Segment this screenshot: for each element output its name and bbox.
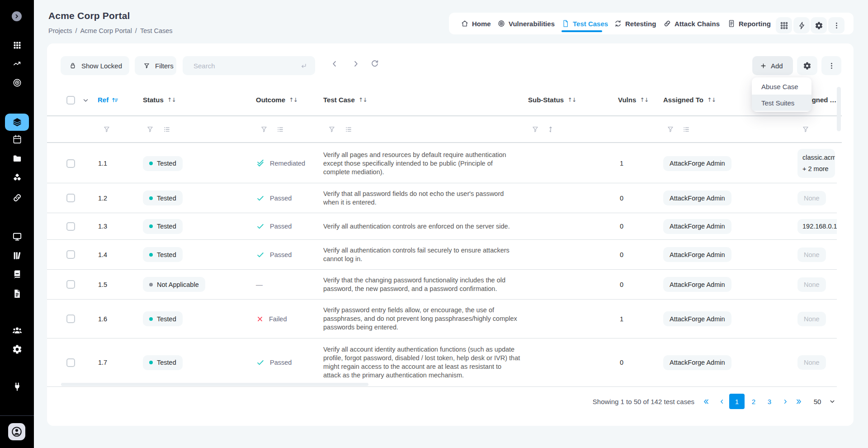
filter-list-icon[interactable] [682, 125, 691, 133]
nav-tab-reporting[interactable]: Reporting [727, 13, 771, 34]
sidebar-item[interactable] [12, 289, 22, 299]
sidebar-avatar[interactable] [8, 423, 25, 440]
nav-tab-attack-chains[interactable]: Attack Chains [663, 13, 720, 34]
sidebar-toggle-button[interactable] [12, 11, 22, 21]
select-all-checkbox[interactable] [66, 96, 75, 105]
table-settings-button[interactable] [797, 56, 817, 75]
show-locked-button[interactable]: Show Locked [61, 56, 129, 75]
filter-funnel-icon[interactable] [531, 125, 540, 133]
sidebar-item-test-cases[interactable] [5, 114, 29, 131]
prev-page-icon[interactable] [330, 59, 340, 69]
table-row-1.3[interactable]: 1.3TestedPassedVerify all authentication… [47, 213, 837, 240]
filter-funnel-icon[interactable] [666, 125, 675, 133]
table-header: RefStatus↑↓Outcome↑↓Test Case↑↓Sub-Statu… [47, 86, 842, 115]
breadcrumb-item[interactable]: Projects [48, 27, 72, 34]
table-row-1.7[interactable]: 1.7TestedPassedVerify all account identi… [47, 338, 837, 387]
filter-funnel-icon[interactable] [328, 125, 336, 133]
sidebar-divider [0, 415, 34, 416]
page-button-2[interactable]: 2 [752, 394, 755, 409]
more-button[interactable] [828, 17, 844, 33]
sort-icon[interactable]: ↑↓ [707, 96, 716, 103]
menu-item-test-suites[interactable]: Test Suites [752, 95, 811, 111]
refresh-icon[interactable] [370, 59, 380, 69]
sidebar-item[interactable] [12, 78, 22, 88]
search-box[interactable] [183, 56, 315, 75]
table-row-1.6[interactable]: 1.6TestedFailedVerify password entry fie… [47, 300, 837, 338]
filter-funnel-icon[interactable] [146, 125, 155, 133]
expand-all-icon[interactable] [81, 96, 90, 105]
table-row-1.5[interactable]: 1.5Not Applicable—Verify that the changi… [47, 270, 837, 300]
filter-updown-icon[interactable] [547, 125, 555, 133]
search-input[interactable] [193, 62, 299, 70]
nav-tab-vulnerabilities[interactable]: Vulnerabilities [497, 13, 555, 34]
col-header-assigned-to[interactable]: Assigned To↑↓ [663, 86, 716, 114]
sort-icon[interactable]: ↑↓ [289, 96, 297, 103]
filter-list-icon[interactable] [276, 125, 285, 133]
filter-funnel-icon[interactable] [103, 125, 111, 133]
page-button-3[interactable]: 3 [768, 394, 771, 409]
prev-page-icon[interactable] [719, 394, 726, 409]
page-title: Acme Corp Portal [48, 10, 130, 21]
sidebar-item[interactable] [12, 270, 22, 280]
sidebar-item[interactable] [12, 40, 22, 51]
col-header-ref[interactable]: Ref [98, 86, 119, 114]
row-checkbox[interactable] [66, 315, 75, 323]
filters-button[interactable]: Filters [135, 56, 176, 75]
row-checkbox[interactable] [66, 280, 75, 289]
sidebar-item[interactable] [12, 382, 22, 392]
last-page-icon[interactable] [795, 394, 803, 409]
filter-list-icon[interactable] [163, 125, 171, 133]
table-more-button[interactable] [821, 56, 841, 75]
sidebar-item[interactable] [12, 134, 22, 145]
sidebar-item[interactable] [12, 153, 22, 164]
table-row-1.4[interactable]: 1.4TestedPassedVerify all authentication… [47, 240, 837, 270]
sidebar-item[interactable] [12, 232, 22, 242]
row-checkbox[interactable] [66, 358, 75, 367]
horizontal-scrollbar[interactable] [61, 383, 368, 386]
lightning-button[interactable] [793, 17, 810, 33]
check-icon [256, 250, 265, 259]
table-row-1.2[interactable]: 1.2TestedPassedVerify that all password … [47, 183, 837, 213]
menu-item-abuse-case[interactable]: Abuse Case [752, 78, 811, 95]
col-header-sub-status[interactable]: Sub-Status↑↓ [528, 86, 576, 114]
table-row-1.1[interactable]: 1.1TestedRemediatedVerify all pages and … [47, 144, 837, 183]
next-page-icon-footer[interactable] [782, 394, 789, 409]
page-size-value[interactable]: 50 [814, 394, 821, 409]
add-button[interactable]: Add [752, 56, 793, 75]
vertical-scrollbar[interactable] [837, 87, 841, 131]
sort-icon[interactable]: ↑↓ [640, 96, 648, 103]
col-header-status[interactable]: Status↑↓ [143, 86, 176, 114]
sidebar-item[interactable] [12, 325, 22, 336]
breadcrumb-item[interactable]: Acme Corp Portal [80, 27, 132, 34]
row-checkbox[interactable] [66, 250, 75, 259]
col-header-test-case[interactable]: Test Case↑↓ [323, 86, 367, 114]
col-header-outcome[interactable]: Outcome↑↓ [256, 86, 297, 114]
sort-icon[interactable]: ↑↓ [359, 96, 367, 103]
row-checkbox[interactable] [66, 222, 75, 231]
col-header-vulns[interactable]: Vulns↑↓ [618, 86, 648, 114]
sidebar-item[interactable] [12, 193, 22, 203]
nav-tab-home[interactable]: Home [461, 13, 491, 34]
apps-button[interactable] [776, 17, 792, 33]
breadcrumb-item[interactable]: Test Cases [140, 27, 173, 34]
filter-list-icon[interactable] [344, 125, 353, 133]
return-icon [299, 62, 308, 70]
sidebar-item[interactable] [12, 344, 22, 355]
filter-funnel-icon[interactable] [260, 125, 269, 133]
row-checkbox[interactable] [66, 159, 75, 168]
sidebar-item[interactable] [12, 251, 22, 261]
analytics-icon [12, 59, 22, 70]
next-page-icon[interactable] [351, 59, 361, 69]
sidebar-item[interactable] [12, 59, 22, 70]
row-checkbox[interactable] [66, 194, 75, 202]
sidebar-item[interactable] [12, 173, 22, 183]
settings-button[interactable] [811, 17, 827, 33]
filter-funnel-icon[interactable] [802, 125, 810, 133]
page-button-active[interactable]: 1 [729, 394, 745, 409]
assigned-to-badge: AttackForge Admin [663, 277, 731, 292]
nav-tab-retesting[interactable]: Retesting [614, 13, 656, 34]
sort-icon[interactable]: ↑↓ [167, 96, 176, 103]
sort-icon[interactable]: ↑↓ [567, 96, 576, 103]
page-size-dropdown-icon[interactable] [828, 394, 836, 409]
first-page-icon[interactable] [703, 394, 710, 409]
